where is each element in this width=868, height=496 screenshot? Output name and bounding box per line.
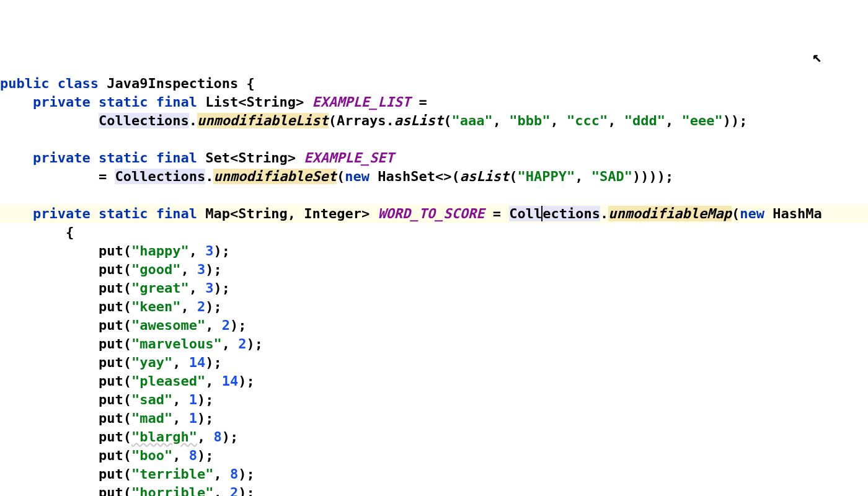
line-6: = Collections.unmodifiableSet(new HashSe…: [0, 169, 673, 184]
method-put: put: [99, 410, 123, 426]
map-key-12: "terrible": [131, 466, 213, 482]
method-put: put: [99, 392, 123, 407]
type-list: List: [205, 94, 238, 110]
map-val-9: 1: [189, 410, 197, 426]
brace-open: {: [66, 224, 74, 240]
method-put: put: [99, 373, 123, 389]
map-val-5: 2: [238, 336, 246, 352]
type-set: Set: [205, 150, 230, 166]
line-5: private static final Set<String> EXAMPLE…: [0, 150, 394, 166]
lt: <: [238, 94, 246, 110]
type-string: String: [238, 150, 287, 166]
map-key-5: "marvelous": [131, 336, 222, 352]
dot: .: [205, 169, 213, 184]
const-example-list: EXAMPLE_LIST: [312, 94, 410, 110]
map-key-7: "pleased": [131, 373, 205, 389]
map-val-13: 2: [230, 485, 238, 496]
str-bbb: "bbb": [509, 113, 550, 128]
str-ccc: "ccc": [567, 113, 608, 128]
keyword-static: static: [99, 206, 148, 221]
lparen: (: [509, 169, 517, 184]
map-val-4: 2: [222, 317, 230, 333]
type-map: Map: [205, 206, 230, 221]
brace-open: {: [246, 76, 254, 91]
map-key-8: "sad": [131, 392, 172, 407]
ref-collections-pre: Coll: [509, 206, 542, 221]
map-val-6: 14: [189, 355, 206, 370]
map-key-4: "awesome": [131, 317, 205, 333]
type-hashmap-cut: HashMa: [773, 206, 822, 221]
line-1: public class Java9Inspections {: [0, 76, 255, 91]
code-editor[interactable]: public class Java9Inspections { private …: [0, 74, 868, 496]
ref-collections: Collections: [115, 169, 205, 184]
ref-collections-post: ections: [542, 206, 600, 221]
map-key-13: "horrible": [131, 485, 213, 496]
map-key-9: "mad": [131, 410, 172, 426]
map-entries: put("happy", 3); put("good", 3); put("gr…: [0, 243, 263, 496]
method-put: put: [99, 336, 123, 352]
method-put: put: [99, 448, 123, 463]
method-put: put: [99, 466, 123, 482]
close: )));: [640, 169, 673, 184]
gt: >: [288, 150, 296, 166]
eq: =: [493, 206, 501, 221]
keyword-final: final: [156, 150, 197, 166]
dot: .: [189, 113, 197, 128]
method-aslist: asList: [460, 169, 509, 184]
keyword-private: private: [33, 206, 91, 221]
lparen: (: [443, 113, 451, 128]
keyword-final: final: [156, 94, 197, 110]
method-aslist: asList: [394, 113, 443, 128]
ref-collections: Collections: [99, 113, 189, 128]
method-put: put: [99, 317, 123, 333]
lt: <: [230, 150, 238, 166]
method-put: put: [99, 429, 123, 445]
str-ddd: "ddd": [624, 113, 665, 128]
map-val-12: 8: [230, 466, 238, 482]
type-string: String: [246, 94, 295, 110]
close: ));: [723, 113, 748, 128]
gt: >: [361, 206, 370, 221]
method-put: put: [99, 299, 123, 314]
ref-arrays: Arrays: [337, 113, 386, 128]
keyword-new: new: [740, 206, 764, 221]
str-sad: "SAD": [591, 169, 632, 184]
lparen: (: [452, 169, 460, 184]
line-3: Collections.unmodifiableList(Arrays.asLi…: [0, 113, 747, 128]
method-put: put: [99, 355, 123, 370]
method-unmodifiablemap: unmodifiableMap: [608, 206, 732, 221]
mouse-cursor-icon: ↖: [812, 47, 822, 66]
diamond: <>: [435, 169, 452, 184]
const-example-set: EXAMPLE_SET: [304, 150, 394, 166]
map-val-1: 3: [197, 262, 205, 277]
eq: =: [99, 169, 107, 184]
type-integer: Integer: [304, 206, 361, 221]
method-unmodifiablelist: unmodifiableList: [197, 113, 329, 128]
dot: .: [386, 113, 394, 128]
class-name: Java9Inspections: [107, 76, 238, 91]
map-key-10: "blargh": [131, 429, 197, 445]
method-put: put: [99, 262, 123, 277]
line-9: {: [0, 224, 74, 240]
keyword-static: static: [99, 150, 148, 166]
keyword-static: static: [99, 94, 148, 110]
lparen: (: [732, 206, 740, 221]
keyword-final: final: [156, 206, 197, 221]
str-aaa: "aaa": [452, 113, 493, 128]
str-happy: "HAPPY": [518, 169, 575, 184]
map-val-10: 8: [213, 429, 221, 445]
lparen: (: [337, 169, 345, 184]
map-key-0: "happy": [131, 243, 189, 259]
line-2: private static final List<String> EXAMPL…: [0, 94, 427, 110]
line-8-current: private static final Map<String, Integer…: [0, 205, 868, 223]
map-val-8: 1: [189, 392, 197, 407]
map-key-3: "keen": [131, 299, 180, 314]
dot: .: [600, 206, 608, 221]
keyword-private: private: [33, 94, 91, 110]
type-string: String: [238, 206, 287, 221]
keyword-private: private: [33, 150, 91, 166]
keyword-class: class: [58, 76, 99, 91]
map-key-6: "yay": [131, 355, 172, 370]
type-hashset: HashSet: [378, 169, 435, 184]
keyword-public: public: [0, 76, 49, 91]
